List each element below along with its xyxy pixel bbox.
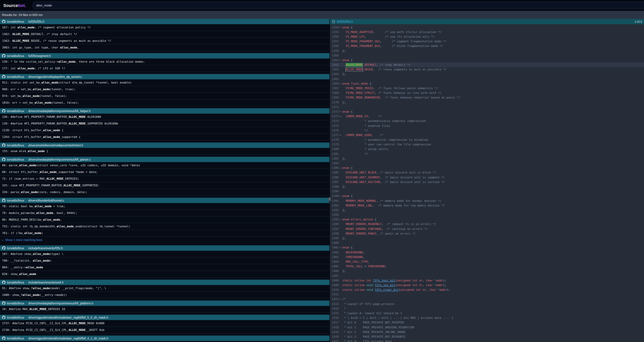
code-line[interactable]: 1414 * (330, 306, 644, 311)
code-line[interactable]: 1412/* (330, 297, 644, 301)
match-line[interactable]: 2151: #define PCIE_CI_CNTL__CI_SLV_CPL_A… (0, 341, 330, 342)
fold-chevron-icon[interactable] (339, 167, 342, 168)
line-number[interactable]: 1375 (330, 124, 339, 127)
code-line[interactable]: 1375 * enabled files (330, 123, 644, 128)
code-line[interactable]: 1364}; (330, 72, 644, 77)
code-line[interactable]: 1395enum errors_option { (330, 217, 644, 222)
match-line[interactable]: 80: MODULE_PARM_DESC(bw_alloc_mode, (0, 216, 330, 223)
line-number[interactable]: 1367 (330, 87, 339, 90)
line-number[interactable]: 1398 (330, 232, 339, 235)
match-line[interactable]: 752: static int tb_dp_bandwidth_alloc_mo… (0, 223, 330, 230)
code-line[interactable]: 1359}; (330, 49, 644, 53)
code-line[interactable]: 1386 DISCARD_UNIT_SEGMENT, /* basic disc… (330, 175, 644, 180)
line-number[interactable]: 1357 (330, 40, 339, 43)
match-line[interactable]: 136: #define HFI_PROPERTY_PARAM_BUFFER_A… (0, 114, 330, 120)
line-number[interactable]: 1415 (330, 311, 339, 315)
code-line[interactable]: 1400 (330, 241, 644, 245)
fold-chevron-icon[interactable] (339, 135, 342, 136)
match-line[interactable]: 974: set_bw_alloc_mode(tunnel, false); (0, 93, 330, 100)
match-line[interactable]: 804: __entry->alloc_mode (0, 264, 330, 271)
file-group-header[interactable]: torvalds/linux·drivers/gpu/drm/display/d… (0, 74, 330, 79)
line-number[interactable]: 1374 (330, 119, 339, 123)
line-number[interactable]: 1389 (330, 190, 339, 193)
match-line[interactable]: 1016: err = set_bw_alloc_mode(tunnel, fa… (0, 100, 330, 106)
line-number[interactable]: 1363 (330, 68, 339, 71)
line-number[interactable]: 1365 (330, 77, 339, 81)
code-line[interactable]: 1370}; (330, 100, 644, 105)
line-number[interactable]: 1405 (330, 265, 339, 268)
line-number[interactable]: 1377 (330, 134, 339, 137)
line-number[interactable]: 1360 (330, 54, 339, 57)
code-line[interactable]: 1384enum { (330, 166, 644, 170)
line-number[interactable]: 1380 (330, 148, 339, 151)
panel-resize-handle[interactable] (328, 197, 331, 201)
match-line[interactable]: 790: __field(int, alloc_mode) (0, 257, 330, 264)
match-line[interactable]: 2737: #define PCIE_CI_CNTL__CI_SLV_CPL_A… (0, 320, 330, 327)
line-number[interactable]: 1371 (330, 105, 339, 109)
line-number[interactable]: 1416 (330, 316, 339, 319)
code-line[interactable]: 1389 (330, 189, 644, 194)
file-group-header[interactable]: torvalds/linux·drivers/media/platform/qc… (0, 157, 330, 162)
fold-chevron-icon[interactable] (339, 83, 342, 84)
match-line[interactable]: 960: err = set_bw_alloc_mode(tunnel, tru… (0, 86, 330, 93)
match-line[interactable]: 177: int alloc_mode; /* LFS or SSR */ (0, 65, 330, 72)
line-number[interactable]: 1354 (330, 26, 339, 29)
match-line[interactable]: 79: module_param(bw_alloc_mode, bool, 04… (0, 210, 330, 216)
code-line[interactable]: 1361enum { (330, 58, 644, 63)
line-number[interactable]: 1385 (330, 171, 339, 174)
file-group-header[interactable]: torvalds/linux·drivers/gpu/drm/amd/inclu… (0, 335, 330, 341)
line-number[interactable]: 1379 (330, 143, 339, 146)
code-line[interactable]: 1397 MOUNT_ERRORS_CONTINUE, /* continue … (330, 226, 644, 231)
line-number[interactable]: 1394 (330, 213, 339, 216)
code-line[interactable]: 1383 (330, 161, 644, 166)
line-number[interactable]: 1358 (330, 45, 339, 48)
code-line[interactable]: 1418 * bit 1 PAGE_PRIVATE_ONGOING_MIGRAT… (330, 325, 644, 330)
line-number[interactable]: 1397 (330, 227, 339, 230)
match-line[interactable]: 3903: int gc_type, int type, char alloc_… (0, 44, 330, 51)
match-line[interactable]: 1264: struct hfi_buffer_alloc_mode_suppo… (0, 134, 330, 140)
match-line[interactable]: 2738: #define PCIE_CI_CNTL__CI_SLV_CPL_A… (0, 327, 330, 333)
code-line[interactable]: 1358 FS_MODE_FRAGMENT_BLK, /* block frag… (330, 44, 644, 49)
code-line[interactable]: 1411 (330, 292, 644, 297)
code-line[interactable]: 1413 * Layout of f2fs page.private: (330, 301, 644, 306)
line-number[interactable]: 1414 (330, 307, 339, 310)
line-number[interactable]: 1361 (330, 59, 339, 62)
match-line[interactable]: 139: * In the victim_sel_policy->alloc_m… (0, 59, 330, 65)
line-number[interactable]: 1387 (330, 180, 339, 184)
code-line[interactable]: 1379 * user can control the file compres… (330, 142, 644, 147)
match-line[interactable]: 78: static bool bw_alloc_mode = true; (0, 203, 330, 210)
line-number[interactable]: 1421 (330, 340, 339, 342)
code-line[interactable]: 1378 * automatical compression is disabl… (330, 138, 644, 142)
line-number[interactable]: 1366 (330, 82, 339, 85)
file-group-header[interactable]: torvalds/linux·include/trace/events/ext4… (0, 280, 330, 285)
code-line[interactable]: 1371 (330, 105, 644, 109)
line-number[interactable]: 1373 (330, 115, 339, 118)
match-line[interactable]: 911: static int set_bw_alloc_mode(struct… (0, 79, 330, 86)
code-line[interactable]: 1403 FOREGROUND, (330, 255, 644, 259)
code-line[interactable]: 1404 MAX_CALL_TYPE, (330, 259, 644, 264)
line-number[interactable]: 1372 (330, 110, 339, 113)
code-line[interactable]: 1416 * | bit0 = 1 | bit1 | bit2 | ... | … (330, 315, 644, 320)
line-number[interactable]: 1395 (330, 218, 339, 221)
code-line[interactable]: 1410static inline void f2fs_clear_bit(un… (330, 287, 644, 292)
match-line[interactable]: 820: show_alloc_mode (0, 271, 330, 277)
line-number[interactable]: 1376 (330, 129, 339, 132)
line-number[interactable]: 1403 (330, 255, 339, 259)
code-line[interactable]: 1392 MEMORY_MODE_LOW, /* memory mode for… (330, 203, 644, 208)
line-number[interactable]: 1411 (330, 293, 339, 296)
line-number[interactable]: 1406 (330, 269, 339, 273)
code-line[interactable]: 1420 * bit 3 PAGE_PRIVATE_REF_RESOURCE (330, 334, 644, 339)
fold-chevron-icon[interactable] (339, 219, 342, 220)
search-input[interactable] (33, 2, 644, 9)
line-number[interactable]: 1386 (330, 176, 339, 179)
match-line[interactable]: 326: parse_alloc_mode(core, codecs, doma… (0, 189, 330, 196)
code-line[interactable]: 1376 */ (330, 128, 644, 133)
code-line[interactable]: 1419 * bit 2 PAGE_PRIVATE_INLINE_INODE (330, 330, 644, 334)
code-line[interactable]: 1368 FSYNC_MODE_STRICT, /* fsync behaves… (330, 91, 644, 95)
line-number[interactable]: 1392 (330, 204, 339, 207)
line-number[interactable]: 1370 (330, 101, 339, 104)
match-line[interactable]: 1128: struct hfi_buffer_alloc_mode { (0, 127, 330, 134)
line-number[interactable]: 1420 (330, 335, 339, 338)
match-line[interactable]: 107: #define show_alloc_mode(type) \ (0, 251, 330, 257)
fold-chevron-icon[interactable] (339, 196, 342, 197)
